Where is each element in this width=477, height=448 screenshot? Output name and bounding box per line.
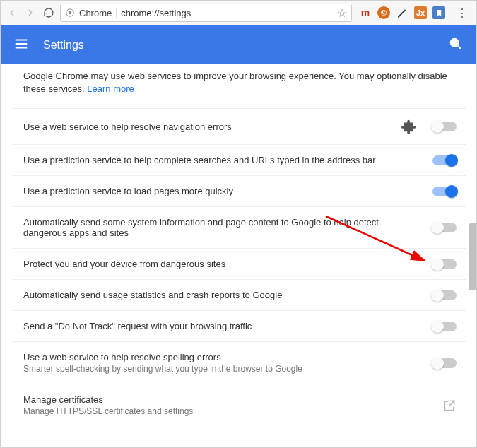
- setting-title: Use a prediction service to load pages m…: [23, 186, 424, 196]
- search-button[interactable]: [448, 36, 464, 54]
- setting-row-nav-errors: Use a web service to help resolve naviga…: [13, 108, 466, 144]
- toggle-nav-errors[interactable]: [432, 122, 457, 131]
- chrome-icon: [65, 8, 75, 18]
- setting-title: Manage certificates: [23, 394, 434, 405]
- ext-m-icon[interactable]: m: [359, 6, 372, 19]
- address-bar[interactable]: Chrome chrome://settings ☆: [60, 4, 352, 22]
- back-button[interactable]: [5, 6, 19, 20]
- setting-title: Automatically send usage statistics and …: [23, 290, 424, 300]
- menu-button[interactable]: [13, 36, 29, 54]
- toggle-prediction-load[interactable]: [432, 187, 457, 196]
- settings-header: Settings: [1, 25, 476, 64]
- setting-text: Manage certificates Manage HTTPS/SSL cer…: [23, 394, 434, 416]
- setting-row-prediction-search: Use a prediction service to help complet…: [13, 144, 466, 175]
- extension-icons: m © Jx: [356, 6, 448, 19]
- browser-toolbar: Chrome chrome://settings ☆ m © Jx ⋮: [1, 1, 476, 25]
- setting-title: Send a "Do Not Track" request with your …: [23, 321, 424, 331]
- setting-title: Use a prediction service to help complet…: [23, 155, 424, 165]
- setting-text: Automatically send usage statistics and …: [23, 290, 424, 300]
- toggle-spelling[interactable]: [432, 358, 457, 368]
- toggle-do-not-track[interactable]: [432, 322, 457, 331]
- setting-row-prediction-load: Use a prediction service to load pages m…: [13, 175, 466, 206]
- toggle-prediction-search[interactable]: [432, 155, 457, 165]
- setting-subtitle: Smarter spell-checking by sending what y…: [23, 364, 424, 374]
- toggle-auto-send-info[interactable]: [432, 223, 457, 232]
- setting-title: Automatically send some system informati…: [23, 217, 424, 238]
- learn-more-link[interactable]: Learn more: [87, 83, 134, 94]
- setting-row-certificates[interactable]: Manage certificates Manage HTTPS/SSL cer…: [13, 384, 466, 426]
- ext-circle-icon[interactable]: ©: [377, 6, 390, 19]
- setting-title: Protect you and your device from dangero…: [23, 259, 424, 269]
- setting-row-usage-stats: Automatically send usage statistics and …: [13, 279, 466, 310]
- setting-text: Protect you and your device from dangero…: [23, 259, 424, 269]
- open-external-icon: [442, 399, 457, 413]
- ext-brush-icon[interactable]: [396, 6, 408, 19]
- reload-button[interactable]: [42, 6, 56, 20]
- setting-text: Use a prediction service to load pages m…: [23, 186, 424, 196]
- extension-puzzle-icon: [401, 119, 417, 134]
- setting-text: Use a web service to help resolve naviga…: [23, 122, 393, 132]
- bookmark-star-icon[interactable]: ☆: [337, 6, 347, 20]
- setting-text: Use a web service to help resolve spelli…: [23, 352, 424, 374]
- setting-text: Use a prediction service to help complet…: [23, 155, 424, 165]
- intro-text: Google Chrome may use web services to im…: [13, 70, 466, 108]
- setting-text: Automatically send some system informati…: [23, 217, 424, 238]
- setting-row-do-not-track: Send a "Do Not Track" request with your …: [13, 310, 466, 341]
- forward-button[interactable]: [23, 6, 37, 20]
- setting-row-safe-browsing: Protect you and your device from dangero…: [13, 248, 466, 279]
- scrollbar-thumb[interactable]: [469, 223, 476, 290]
- svg-point-2: [451, 38, 459, 46]
- setting-title: Use a web service to help resolve naviga…: [23, 122, 393, 132]
- setting-title: Use a web service to help resolve spelli…: [23, 352, 424, 362]
- chrome-label: Chrome: [79, 8, 117, 18]
- setting-subtitle: Manage HTTPS/SSL certificates and settin…: [23, 406, 434, 416]
- page-title: Settings: [43, 39, 434, 52]
- browser-menu-button[interactable]: ⋮: [452, 6, 472, 20]
- setting-row-auto-send-info: Automatically send some system informati…: [13, 206, 466, 248]
- ext-bookmark-icon[interactable]: [432, 6, 445, 19]
- setting-row-spelling: Use a web service to help resolve spelli…: [13, 341, 466, 384]
- ext-jx-icon[interactable]: Jx: [414, 6, 427, 19]
- svg-point-1: [69, 11, 72, 15]
- settings-content: Google Chrome may use web services to im…: [1, 64, 476, 447]
- setting-text: Send a "Do Not Track" request with your …: [23, 321, 424, 331]
- toggle-usage-stats[interactable]: [432, 290, 457, 300]
- toggle-safe-browsing[interactable]: [432, 259, 457, 269]
- url-text: chrome://settings: [121, 8, 333, 18]
